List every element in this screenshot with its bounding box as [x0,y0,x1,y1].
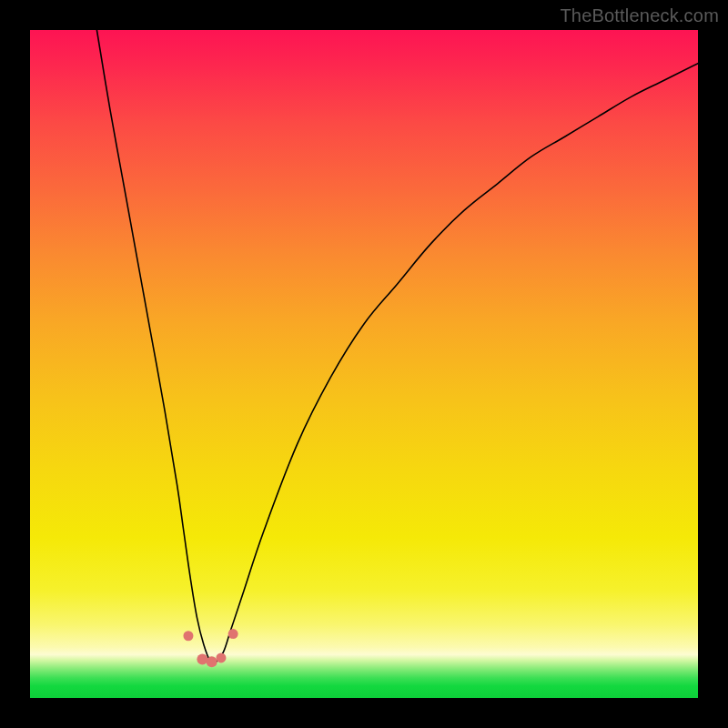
watermark-text: TheBottleneck.com [560,5,719,26]
trough-marker [228,629,238,639]
chart-frame: TheBottleneck.com [0,0,728,728]
trough-marker [197,653,207,664]
trough-marker [216,652,226,662]
trough-markers [183,629,238,667]
trough-marker [207,656,217,667]
bottleneck-curve [96,30,698,663]
trough-marker [183,631,193,641]
curve-svg [30,30,698,698]
plot-area [30,30,698,698]
